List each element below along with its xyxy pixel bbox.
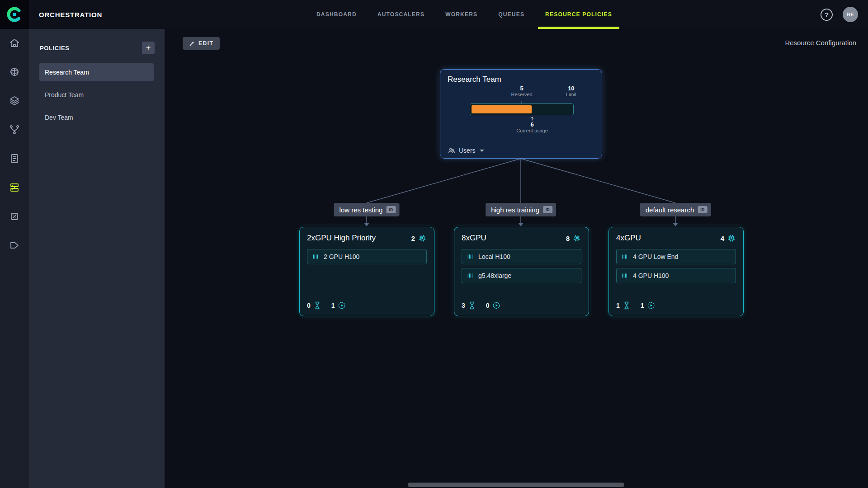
pencil-icon (189, 41, 195, 47)
play-icon (338, 301, 346, 310)
reserved-readout: 5 Reserved (511, 85, 532, 97)
gpu-count-value: 8 (566, 235, 570, 242)
resource-card-4xgpu[interactable]: 4xGPU 4 4 GPU Low End 4 GPU H100 1 1 (609, 227, 744, 316)
nav-tab-queues[interactable]: QUEUES (498, 0, 524, 29)
sidebar-header: POLICIES + (29, 29, 165, 63)
card-stats: 1 1 (616, 301, 655, 310)
pending-stat: 3 (462, 301, 476, 310)
pending-stat: 0 (307, 301, 321, 310)
card-stats: 0 1 (307, 301, 346, 310)
policy-canvas: EDIT Resource Configuration Research Tea… (165, 29, 868, 488)
policy-root-title: Research Team (448, 75, 594, 84)
arrow-up-icon (529, 116, 535, 121)
queue-bars-icon (621, 272, 628, 279)
current-usage-label: Current usage (516, 128, 548, 133)
hourglass-icon (313, 301, 321, 310)
nav-tab-resource-policies[interactable]: RESOURCE POLICIES (545, 0, 612, 29)
add-policy-button[interactable]: + (142, 42, 155, 54)
queue-pill-label: default research (646, 206, 694, 214)
worker-row-label: 2 GPU H100 (324, 253, 359, 260)
pending-stat: 1 (616, 301, 631, 310)
edit-button[interactable]: EDIT (183, 37, 220, 50)
topbar-right: ? RE (821, 0, 868, 29)
users-dropdown[interactable]: Users (448, 146, 484, 155)
top-bar: ORCHESTRATION DASHBOARD AUTOSCALERS WORK… (0, 0, 868, 29)
usage-meter: 5 Reserved 10 Limit 6 Current usage (470, 85, 574, 139)
help-icon[interactable]: ? (821, 9, 833, 21)
policies-sidebar: POLICIES + Research Team Product Team De… (29, 29, 165, 488)
limit-readout: 10 Limit (566, 85, 576, 97)
queue-pill-high-res-training: high res training ID (486, 203, 556, 216)
orchestration-icon[interactable] (9, 182, 20, 193)
worker-row-label: 4 GPU Low End (633, 253, 678, 260)
running-stat: 1 (641, 301, 655, 310)
users-label: Users (459, 147, 476, 154)
queue-pill-low-res-testing: low res testing ID (334, 203, 400, 216)
sidebar-item-research-team[interactable]: Research Team (39, 63, 154, 81)
usage-bar-fill (472, 105, 532, 113)
home-icon[interactable] (9, 38, 20, 48)
sidebar-item-product-team[interactable]: Product Team (39, 86, 154, 104)
play-icon (492, 301, 500, 310)
resource-card-2xgpu-high-priority[interactable]: 2xGPU High Priority 2 2 GPU H100 0 1 (299, 227, 434, 316)
nav-tab-workers[interactable]: WORKERS (445, 0, 477, 29)
worker-row[interactable]: 2 GPU H100 (307, 249, 427, 264)
worker-row-label: g5.48xlarge (478, 272, 511, 279)
worker-row[interactable]: g5.48xlarge (462, 268, 581, 283)
card-stats: 3 0 (462, 301, 500, 310)
avatar[interactable]: RE (843, 7, 858, 22)
app-logo[interactable] (0, 0, 29, 29)
id-badge[interactable]: ID (698, 206, 707, 213)
gpu-count-value: 2 (411, 235, 415, 242)
queue-pill-label: high res training (491, 206, 539, 214)
gpu-count: 8 (566, 234, 581, 243)
queue-bars-icon (621, 253, 628, 260)
running-count: 0 (486, 302, 490, 309)
icon-rail (0, 29, 29, 488)
horizontal-scrollbar[interactable] (408, 483, 624, 487)
limit-tick (573, 101, 573, 103)
sidebar-title: POLICIES (40, 45, 69, 52)
nav-tab-dashboard[interactable]: DASHBOARD (316, 0, 357, 29)
main-nav: DASHBOARD AUTOSCALERS WORKERS QUEUES RES… (316, 0, 612, 29)
usage-bar-track (470, 103, 574, 115)
nav-tab-autoscalers[interactable]: AUTOSCALERS (377, 0, 425, 29)
resource-card-8xgpu[interactable]: 8xGPU 8 Local H100 g5.48xlarge 3 0 (454, 227, 589, 316)
id-badge[interactable]: ID (543, 206, 552, 213)
queue-pill-label: low res testing (340, 206, 383, 214)
running-count: 1 (641, 302, 644, 309)
queue-bars-icon (467, 272, 474, 279)
reserved-value: 5 (511, 85, 532, 92)
pending-count: 0 (307, 302, 311, 309)
chip-icon (727, 234, 736, 243)
chevron-down-icon (480, 150, 484, 152)
queue-bars-icon (467, 253, 474, 260)
worker-row[interactable]: Local H100 (462, 249, 581, 264)
applications-icon[interactable] (9, 240, 20, 251)
policy-root-card[interactable]: Research Team 5 Reserved 10 Limit (440, 69, 602, 159)
gpu-count: 4 (721, 234, 736, 243)
running-stat: 0 (486, 301, 500, 310)
clearml-logo-icon (5, 5, 24, 23)
running-count: 1 (331, 302, 335, 309)
current-usage-marker: 6 Current usage (516, 115, 548, 133)
reports-icon[interactable] (9, 153, 20, 164)
worker-row-label: 4 GPU H100 (633, 272, 669, 279)
id-badge[interactable]: ID (386, 206, 396, 213)
gpu-count-value: 4 (721, 235, 724, 242)
queue-bars-icon (312, 253, 319, 260)
pipelines-icon[interactable] (9, 124, 20, 135)
sidebar-item-dev-team[interactable]: Dev Team (39, 108, 154, 127)
chip-icon (418, 234, 427, 243)
current-usage-value: 6 (516, 121, 548, 128)
resource-configuration-label: Resource Configuration (785, 39, 856, 47)
datasets-icon[interactable] (9, 95, 20, 106)
pending-count: 3 (462, 302, 465, 309)
hourglass-icon (468, 301, 476, 310)
projects-icon[interactable] (9, 66, 20, 77)
worker-row[interactable]: 4 GPU Low End (616, 249, 736, 264)
models-icon[interactable] (9, 211, 20, 222)
worker-row[interactable]: 4 GPU H100 (616, 268, 736, 283)
resource-card-title: 8xGPU (462, 234, 486, 243)
reserved-tick (522, 101, 522, 103)
